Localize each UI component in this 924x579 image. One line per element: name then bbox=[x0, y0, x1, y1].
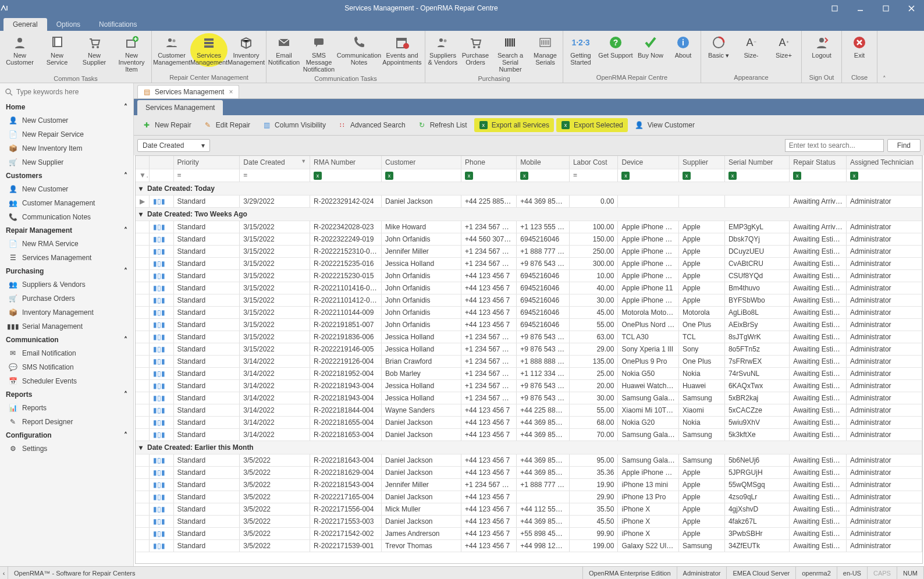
sidebar-item-email[interactable]: ✉Email Notification bbox=[0, 346, 133, 360]
theme-basic-button[interactable]: Basic ▾ bbox=[702, 33, 735, 60]
inner-tab-services[interactable]: Services Management bbox=[137, 100, 223, 115]
filter-priority[interactable]: = bbox=[173, 169, 240, 182]
exit-button[interactable]: Exit bbox=[843, 33, 876, 60]
email-notification-button[interactable]: Email Notification bbox=[268, 33, 300, 67]
table-row[interactable]: ▮▯▮Standard3/5/2022R-2022171539-001Trevo… bbox=[136, 539, 922, 552]
sidebar-item-suppliers[interactable]: 👥Suppliers & Vendors bbox=[0, 278, 133, 292]
new-supplier-button[interactable]: New Supplier bbox=[76, 33, 113, 67]
new-customer-button[interactable]: New Customer bbox=[1, 33, 38, 67]
new-inventory-item-button[interactable]: New Inventory Item bbox=[113, 33, 150, 74]
tab-notifications[interactable]: Notifications bbox=[90, 18, 146, 31]
table-row[interactable]: ▮▯▮Standard3/15/2022R-20222152310-017Jen… bbox=[136, 245, 922, 257]
new-service-button[interactable]: New Service bbox=[38, 33, 76, 67]
filter-labor[interactable]: = bbox=[569, 169, 618, 182]
sidebar-item-scheduler[interactable]: 📅Scheduler Events bbox=[0, 374, 133, 388]
find-button[interactable]: Find bbox=[887, 139, 921, 152]
table-row[interactable]: ▮▯▮Standard3/5/2022R-2022181643-004Danie… bbox=[136, 454, 922, 466]
sidebar-group-repair[interactable]: Repair Management˄ bbox=[0, 224, 133, 237]
size-plus-button[interactable]: A⁺Size+ bbox=[767, 33, 800, 60]
filter-rma[interactable]: x bbox=[310, 169, 382, 182]
purchase-orders-button[interactable]: Purchase Orders bbox=[459, 33, 492, 67]
groupby-dropdown[interactable]: Date Created▾ bbox=[137, 139, 210, 152]
tab-options[interactable]: Options bbox=[47, 18, 90, 31]
customer-management-button[interactable]: Customer Management bbox=[153, 33, 190, 67]
sidebar-item-report-designer[interactable]: ✎Report Designer bbox=[0, 415, 133, 429]
sidebar-search-input[interactable] bbox=[16, 88, 129, 96]
close-tab-icon[interactable]: × bbox=[229, 88, 233, 96]
sidebar-item-sms[interactable]: 💬SMS Notification bbox=[0, 360, 133, 374]
table-row[interactable]: ▮▯▮Standard3/5/2022R-2022171553-003Danie… bbox=[136, 515, 922, 527]
col-tech[interactable]: Assigned Technician bbox=[846, 156, 922, 169]
col-customer[interactable]: Customer bbox=[382, 156, 461, 169]
sidebar-group-customers[interactable]: Customers˄ bbox=[0, 169, 133, 182]
sidebar-item-new-rma[interactable]: 📄New RMA Service bbox=[0, 237, 133, 251]
services-management-button[interactable]: Services Management bbox=[190, 33, 228, 67]
table-row[interactable]: ▮▯▮Standard3/15/2022R-2022110144-009John… bbox=[136, 306, 922, 318]
advanced-search-button[interactable]: ∷Advanced Search bbox=[333, 118, 410, 132]
sidebar-item-new-customer[interactable]: 👤New Customer bbox=[0, 113, 133, 127]
status-prev-icon[interactable]: ‹ bbox=[0, 567, 8, 579]
sidebar-item-inv-mgmt[interactable]: 📦Inventory Management bbox=[0, 306, 133, 319]
table-row[interactable]: ▮▯▮Standard3/15/2022R-20221101416-011Joh… bbox=[136, 282, 922, 294]
table-row[interactable]: ▮▯▮Standard3/5/2022R-2022181629-004Danie… bbox=[136, 466, 922, 478]
inventory-management-button[interactable]: Inventory Management bbox=[228, 33, 265, 67]
sidebar-item-settings[interactable]: ⚙Settings bbox=[0, 442, 133, 456]
filter-status[interactable]: x bbox=[790, 169, 847, 182]
column-visibility-button[interactable]: ▥Column Visibility bbox=[257, 118, 330, 132]
table-row[interactable]: ▮▯▮Standard3/14/2022R-2022181844-004Wayn… bbox=[136, 404, 922, 416]
view-customer-button[interactable]: 👤View Customer bbox=[630, 118, 699, 132]
table-row[interactable]: ▮▯▮Standard3/5/2022R-2022171542-002James… bbox=[136, 527, 922, 539]
window-restore-icon[interactable] bbox=[822, 0, 847, 16]
col-status[interactable]: Repair Status bbox=[790, 156, 847, 169]
col-priority[interactable]: Priority bbox=[173, 156, 240, 169]
filter-serial[interactable]: x bbox=[724, 169, 789, 182]
edit-repair-button[interactable]: ✎Edit Repair bbox=[198, 118, 255, 132]
sidebar-item-cust-new[interactable]: 👤New Customer bbox=[0, 182, 133, 196]
table-row[interactable]: ▮▯▮Standard3/5/2022R-2022217165-004Danie… bbox=[136, 491, 922, 503]
table-row[interactable]: ▮▯▮Standard3/15/2022R-20221101412-010Joh… bbox=[136, 294, 922, 306]
sidebar-group-config[interactable]: Configuration˄ bbox=[0, 429, 133, 442]
col-labor[interactable]: Labor Cost bbox=[569, 156, 618, 169]
communication-notes-button[interactable]: Communication Notes bbox=[337, 33, 381, 67]
sidebar-item-serial-mgmt[interactable]: ▮▮▮Serial Management bbox=[0, 319, 133, 333]
table-row[interactable]: ▮▯▮Standard3/15/2022R-2022191836-006Jess… bbox=[136, 331, 922, 343]
table-row[interactable]: ▮▯▮Standard3/15/2022R-2022342028-023Mike… bbox=[136, 221, 922, 233]
export-selected-button[interactable]: xExport Selected bbox=[556, 118, 628, 132]
filter-supplier[interactable]: x bbox=[678, 169, 724, 182]
size-minus-button[interactable]: A⁻Size- bbox=[735, 33, 767, 60]
filter-icon[interactable]: ▼ bbox=[136, 169, 149, 182]
sidebar-item-po[interactable]: 🛒Purchase Orders bbox=[0, 292, 133, 306]
table-row[interactable]: ▮▯▮Standard3/15/2022R-2022215235-016Jess… bbox=[136, 257, 922, 269]
sidebar-item-new-supplier[interactable]: 🛒New Supplier bbox=[0, 155, 133, 169]
sidebar-item-reports[interactable]: 📊Reports bbox=[0, 401, 133, 415]
sidebar-group-home[interactable]: Home˄ bbox=[0, 101, 133, 113]
filter-phone[interactable]: x bbox=[461, 169, 517, 182]
window-minimize-icon[interactable] bbox=[847, 0, 873, 16]
export-all-button[interactable]: xExport all Services bbox=[474, 118, 554, 132]
sms-notification-button[interactable]: SMS Message Notification bbox=[300, 33, 337, 74]
table-row[interactable]: ▮▯▮Standard3/14/2022R-2022181943-004Jess… bbox=[136, 379, 922, 392]
sidebar-item-svc-mgmt[interactable]: ☰Services Management bbox=[0, 251, 133, 265]
sidebar-item-new-repair[interactable]: 📄New Repair Service bbox=[0, 127, 133, 141]
table-row[interactable]: ▮▯▮Standard3/14/2022R-2022181655-004Dani… bbox=[136, 416, 922, 428]
filter-device[interactable]: x bbox=[618, 169, 678, 182]
ribbon-collapse-icon[interactable]: ˄ bbox=[877, 31, 891, 83]
events-appointments-button[interactable]: Events and Appointments bbox=[381, 33, 424, 67]
table-row[interactable]: ▮▯▮Standard3/14/2022R-2022181952-004Bob … bbox=[136, 367, 922, 379]
col-device[interactable]: Device bbox=[618, 156, 678, 169]
sidebar-group-communication[interactable]: Communication˄ bbox=[0, 333, 133, 346]
sidebar-group-reports[interactable]: Reports˄ bbox=[0, 388, 133, 401]
col-serial[interactable]: Serial Number bbox=[724, 156, 789, 169]
grid[interactable]: Priority Date Created▼ RMA Number Custom… bbox=[135, 155, 923, 564]
getting-started-button[interactable]: 1·2·3Getting Started bbox=[564, 33, 597, 67]
table-row[interactable]: ▮▯▮Standard3/15/2022R-2022191851-007John… bbox=[136, 318, 922, 331]
new-repair-button[interactable]: ✚New Repair bbox=[137, 118, 196, 132]
filter-tech[interactable]: x bbox=[846, 169, 922, 182]
table-row[interactable]: ▮▯▮Standard3/14/2022R-2022181943-004Jess… bbox=[136, 392, 922, 404]
logout-button[interactable]: Logout bbox=[803, 33, 840, 60]
table-row[interactable]: ▮▯▮Standard3/14/2022R-2022219126-004Bria… bbox=[136, 355, 922, 367]
table-row[interactable]: ▶▮▯▮Standard3/29/2022R-2022329142-024Dan… bbox=[136, 195, 922, 207]
search-serial-button[interactable]: Search a Serial Number bbox=[492, 33, 529, 74]
group-row[interactable]: ▾Date Created: Two Weeks Ago bbox=[136, 207, 922, 221]
about-button[interactable]: iAbout bbox=[667, 33, 699, 60]
